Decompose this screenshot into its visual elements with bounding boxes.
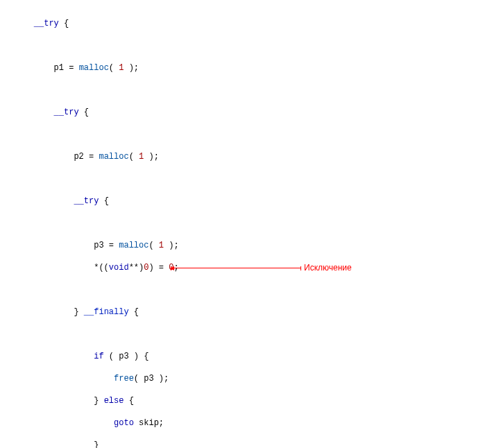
keyword-try: __try [74, 196, 99, 206]
label-ref: skip [139, 418, 159, 428]
code-line [14, 284, 483, 295]
num: 0 [144, 263, 149, 273]
var-p3: p3 [94, 241, 103, 250]
keyword-if: if [94, 352, 103, 361]
fn-malloc: malloc [79, 63, 109, 73]
code-line: goto skip; [14, 417, 483, 429]
fn-malloc: malloc [119, 241, 149, 250]
arrow-icon [171, 268, 301, 268]
code-line: } __finally { [14, 307, 483, 318]
code-line: *((void**)0) = 0;Исключение [14, 262, 483, 273]
keyword-goto: goto [114, 418, 134, 428]
keyword-try: __try [34, 19, 59, 28]
code-line: p2 = malloc( 1 ); [14, 151, 483, 162]
code-line [14, 85, 483, 96]
keyword-finally: __finally [84, 307, 129, 317]
code-line: free( p3 ); [14, 373, 483, 384]
code-line [14, 329, 483, 340]
var-p2: p2 [74, 152, 83, 162]
code-line: } else { [14, 395, 483, 406]
annotation-text: Исключение [304, 263, 352, 273]
keyword-try: __try [54, 107, 79, 117]
num: 1 [159, 241, 164, 250]
code-line: p3 = malloc( 1 ); [14, 240, 483, 251]
var-p1: p1 [54, 63, 64, 73]
code-line [14, 173, 483, 184]
keyword-else: else [104, 396, 124, 406]
code-line [14, 218, 483, 229]
type-void: void [109, 263, 129, 273]
code-line: if ( p3 ) { [14, 351, 483, 362]
code-line [14, 40, 483, 51]
code-line: __try { [14, 18, 483, 29]
var-p3: p3 [144, 374, 153, 384]
annotation-exception: Исключение [304, 262, 352, 273]
code-line: p1 = malloc( 1 ); [14, 62, 483, 74]
var-p3: p3 [119, 352, 128, 361]
fn-malloc: malloc [99, 152, 128, 162]
fn-free: free [114, 374, 134, 384]
code-line: __try { [14, 107, 483, 118]
num: 1 [119, 63, 124, 73]
num: 1 [139, 152, 144, 162]
code-line [14, 129, 483, 140]
code-line: __try { [14, 196, 483, 207]
code-block: __try { p1 = malloc( 1 ); __try { p2 = m… [14, 7, 483, 448]
code-line: } [14, 440, 483, 448]
